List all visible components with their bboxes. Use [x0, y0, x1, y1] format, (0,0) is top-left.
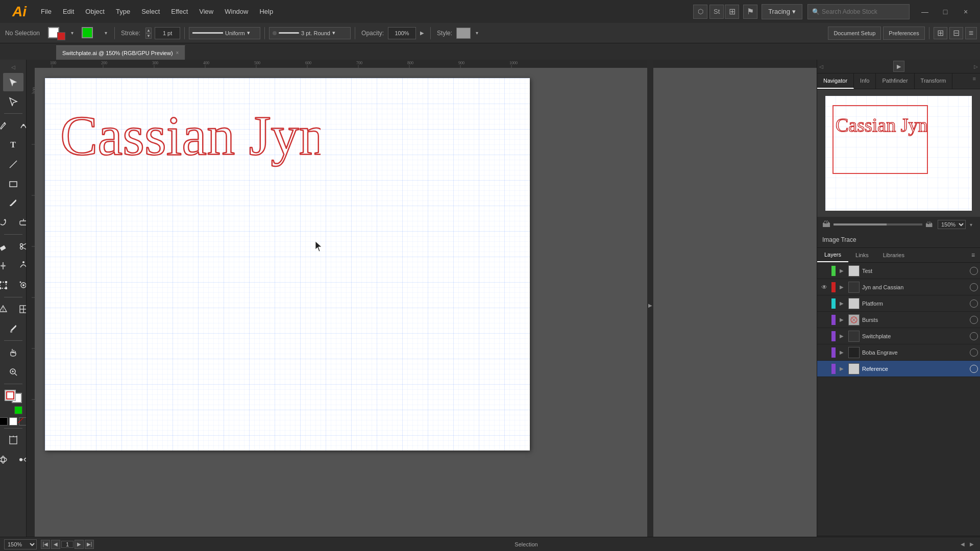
- preferences-button[interactable]: Preferences: [883, 27, 924, 40]
- zoom-select[interactable]: 150% 100% 200% 50%: [938, 220, 966, 229]
- menu-edit[interactable]: Edit: [58, 0, 79, 23]
- rectangle-tool[interactable]: [3, 174, 23, 193]
- next-page-btn[interactable]: ▶: [75, 540, 84, 549]
- tab-layers[interactable]: Layers: [817, 248, 848, 262]
- maximize-button[interactable]: □: [935, 4, 955, 19]
- layer-test-visibility[interactable]: 👁: [819, 266, 829, 276]
- canvas[interactable]: Cassian Jyn: [35, 68, 817, 551]
- blend-tool[interactable]: [13, 450, 27, 469]
- document-tab[interactable]: Switchplate.ai @ 150% (RGB/GPU Preview) …: [56, 45, 185, 60]
- artboard-tool[interactable]: [3, 431, 23, 449]
- layer-jyncassian-circle[interactable]: [970, 283, 978, 291]
- publish-icon[interactable]: ⚑: [743, 5, 757, 19]
- stroke-color-dropdown[interactable]: ▾: [101, 29, 110, 38]
- type-tool[interactable]: T: [3, 136, 23, 154]
- zoom-out-icon[interactable]: 🏔: [822, 220, 830, 229]
- stroke-up[interactable]: ▲: [145, 28, 152, 33]
- free-transform-tool[interactable]: [0, 276, 13, 294]
- stroke-style-selector[interactable]: Uniform ▾: [189, 27, 260, 39]
- layer-boba-expand[interactable]: ▶: [838, 348, 846, 357]
- curvature-tool[interactable]: [13, 116, 27, 135]
- layer-item-platform[interactable]: 👁 ▶ Platform: [817, 295, 980, 312]
- layer-item-boba-engrave[interactable]: 👁 ▶ Boba Engrave: [817, 344, 980, 361]
- stock-search[interactable]: 🔍: [807, 4, 910, 19]
- none-swatch[interactable]: [19, 417, 27, 425]
- layer-test-circle[interactable]: [970, 267, 978, 275]
- tab-transform[interactable]: Transform: [915, 73, 953, 89]
- layer-boba-circle[interactable]: [970, 348, 978, 357]
- zoom-tool[interactable]: [3, 363, 23, 381]
- page-number-input[interactable]: [61, 541, 74, 548]
- layer-item-test[interactable]: 👁 ▶ Test: [817, 263, 980, 279]
- scroll-left-btn[interactable]: ◀: [959, 540, 967, 548]
- menu-select[interactable]: Select: [136, 0, 165, 23]
- mesh-tool[interactable]: [13, 300, 27, 318]
- pen-tool[interactable]: [0, 116, 13, 135]
- layer-bursts-circle[interactable]: [970, 316, 978, 324]
- tab-navigator[interactable]: Navigator: [817, 73, 854, 89]
- toolbar-collapse-icon[interactable]: ◁: [3, 62, 23, 72]
- arrange-icon[interactable]: ⊞: [934, 27, 947, 39]
- layer-boba-visibility[interactable]: 👁: [819, 347, 829, 358]
- color-selector[interactable]: [3, 389, 24, 414]
- stock-icon[interactable]: St: [709, 5, 724, 19]
- layer-jyncassian-expand[interactable]: ▶: [838, 283, 846, 291]
- nav-viewport-indicator[interactable]: [832, 105, 928, 174]
- layer-bursts-visibility[interactable]: 👁: [819, 315, 829, 325]
- layer-platform-expand[interactable]: ▶: [838, 299, 846, 308]
- menu-file[interactable]: File: [36, 0, 57, 23]
- black-swatch[interactable]: [0, 417, 8, 425]
- stroke-value-input[interactable]: [155, 27, 180, 39]
- stroke-down[interactable]: ▼: [145, 33, 152, 39]
- white-swatch[interactable]: [9, 417, 17, 425]
- layer-item-jyn-cassian[interactable]: 👁 ▶ Jyn and Cassian: [817, 279, 980, 295]
- layer-platform-circle[interactable]: [970, 299, 978, 308]
- tab-close-icon[interactable]: ×: [176, 50, 179, 56]
- stroke-width-selector[interactable]: 3 pt. Round ▾: [269, 27, 351, 39]
- fill-color-picker[interactable]: [47, 26, 65, 40]
- menu-type[interactable]: Type: [111, 0, 135, 23]
- selection-tool[interactable]: [3, 73, 23, 91]
- creative-cloud-icon[interactable]: ⬡: [693, 5, 707, 19]
- panel-play-btn[interactable]: ▶: [893, 61, 904, 72]
- tracing-button[interactable]: Tracing ▾: [762, 4, 802, 19]
- direct-selection-tool[interactable]: [3, 92, 23, 111]
- layer-jyncassian-visibility[interactable]: 👁: [819, 282, 829, 292]
- zoom-dropdown-btn[interactable]: ▾: [967, 220, 975, 229]
- align-icon[interactable]: ⊟: [949, 27, 963, 39]
- menu-effect[interactable]: Effect: [166, 0, 193, 23]
- symbol-tool[interactable]: [13, 276, 27, 294]
- layer-item-switchplate[interactable]: 👁 ▶ Switchplate: [817, 328, 980, 344]
- panel-menu-icon[interactable]: ≡: [969, 73, 980, 89]
- rotate3d-tool[interactable]: [0, 450, 13, 469]
- reshape-tool[interactable]: [13, 213, 27, 232]
- tab-info[interactable]: Info: [854, 73, 876, 89]
- width-tool[interactable]: [0, 257, 13, 275]
- close-button[interactable]: ×: [955, 4, 976, 19]
- style-swatch[interactable]: [456, 28, 471, 39]
- panel-right-collapse[interactable]: ▷: [974, 64, 978, 69]
- paintbrush-tool[interactable]: [3, 194, 23, 212]
- fill-dropdown-icon[interactable]: ▾: [67, 29, 77, 38]
- layer-platform-visibility[interactable]: 👁: [819, 298, 829, 309]
- eraser-tool[interactable]: [0, 237, 13, 256]
- zoom-in-icon[interactable]: 🏔: [925, 220, 933, 229]
- layer-bursts-expand[interactable]: ▶: [838, 316, 846, 324]
- perspective-tool[interactable]: [0, 300, 13, 318]
- tab-libraries[interactable]: Libraries: [876, 248, 912, 262]
- style-dropdown[interactable]: ▾: [473, 29, 481, 37]
- menu-view[interactable]: View: [194, 0, 218, 23]
- first-page-btn[interactable]: |◀: [41, 540, 50, 549]
- menu-help[interactable]: Help: [254, 0, 278, 23]
- scissors-tool[interactable]: [13, 237, 27, 256]
- warp-tool[interactable]: [13, 257, 27, 275]
- layer-test-expand[interactable]: ▶: [838, 267, 846, 275]
- zoom-slider[interactable]: [834, 223, 922, 226]
- panel-left-collapse[interactable]: ◁: [819, 64, 823, 69]
- eyedropper-tool[interactable]: [3, 319, 23, 338]
- layer-reference-expand[interactable]: ▶: [838, 365, 846, 373]
- prev-page-btn[interactable]: ◀: [51, 540, 60, 549]
- menu-object[interactable]: Object: [80, 0, 110, 23]
- scroll-right-btn[interactable]: ▶: [968, 540, 976, 548]
- hand-tool[interactable]: [3, 343, 23, 362]
